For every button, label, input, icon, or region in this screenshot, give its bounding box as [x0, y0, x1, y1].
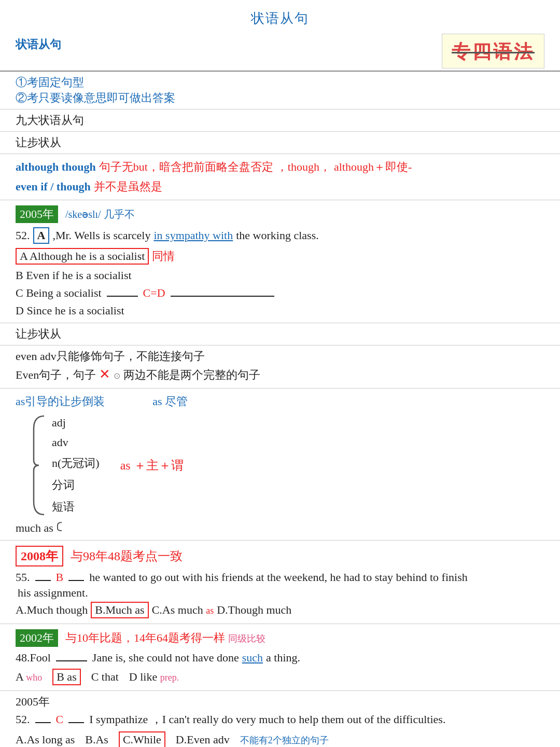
opt52D: D.Even adv: [176, 733, 230, 746]
page-title: 状语从句: [0, 0, 560, 32]
nine-types: 九大状语从句: [0, 109, 560, 132]
circle-icon: ⊙: [114, 371, 120, 381]
q52-underline: in sympathy with: [153, 229, 233, 242]
q55-prefix: 55.: [16, 571, 30, 584]
concession2-section: 让步状从: [0, 323, 560, 345]
opt52D-note: 不能有2个独立的句子: [240, 734, 329, 746]
much-as-label: much as: [16, 521, 53, 535]
q52b-text: I sympathize ，I can't really do very muc…: [89, 712, 445, 727]
brace-svg: [31, 413, 47, 517]
q52-end: the working class.: [236, 229, 318, 242]
opt52C: C.While: [119, 731, 165, 747]
even-note2: 两边不能是两个完整的句子: [123, 367, 260, 383]
opt55C: C.As much as: [152, 603, 214, 617]
opt48B: B as: [52, 669, 81, 685]
although-note1: 句子无but，暗含把前面略全盘否定: [99, 159, 273, 175]
q52-text: ,Mr. Wells is scarcely: [52, 229, 150, 242]
year2002-note: 与10年比题，14年64题考得一样: [65, 630, 225, 646]
q52b-answer: C: [56, 713, 64, 726]
header-row: 状语从句 专四语法: [0, 32, 560, 72]
cross-icon: ✕: [99, 366, 110, 382]
chapter-badge: 专四语法: [442, 34, 544, 68]
although-label: although though: [16, 160, 96, 174]
year2005-badge: 2005年: [16, 205, 58, 223]
optA-boxed: A Although he is a socialist: [16, 248, 149, 265]
q55-cont: his assignment.: [16, 586, 544, 600]
year2005b-section: 2005年 52. C I sympathize ，I can't really…: [0, 691, 560, 747]
q52-prefix: 52.: [16, 229, 30, 242]
opt52B: B.As: [85, 733, 108, 746]
opt55D: D.Though much: [217, 603, 291, 617]
year2008-section: 2008年 与98年48题考点一致 55. B he wanted to go …: [0, 541, 560, 624]
point1: ①考固定句型: [16, 75, 544, 90]
q52b-prefix: 52.: [16, 713, 30, 726]
header-label: 状语从句: [16, 34, 61, 52]
optB: B Even if he is a socialist: [16, 269, 132, 282]
optD: D Since he is a socialist: [16, 304, 124, 317]
q48-such: such: [242, 651, 263, 665]
participle-item: 分词: [52, 477, 100, 493]
optA-note: 同情: [152, 248, 175, 264]
even-adv-note: even adv只能修饰句子，不能连接句子: [16, 349, 544, 364]
year2008-note: 与98年48题考点一致: [71, 548, 183, 564]
points-section: ①考固定句型 ②考只要读像意思即可做出答案: [0, 72, 560, 109]
opt48C: C that: [91, 670, 119, 684]
q55-answer: B: [56, 571, 64, 584]
even-if-label: even if / though: [16, 180, 91, 193]
even-adv-section: even adv只能修饰句子，不能连接句子 Even句子，句子 ✕ ⊙ 两边不能…: [0, 345, 560, 389]
although-note2: ，though，: [276, 159, 331, 175]
although-section: although though 句子无but，暗含把前面略全盘否定 ，thoug…: [0, 154, 560, 200]
formula: as ＋主＋谓: [120, 457, 184, 474]
q52-answer: A: [33, 227, 50, 244]
n-item: n(无冠词): [52, 455, 100, 471]
point2: ②考只要读像意思即可做出答案: [16, 90, 544, 106]
opt55A: A.Much though: [16, 603, 88, 617]
opt48D: D like prep.: [129, 670, 179, 684]
concession2-label: 让步状从: [16, 326, 544, 342]
opt52A: A.As long as: [16, 733, 75, 746]
year2002-badge: 2002年: [16, 629, 58, 647]
phrase-item: 短语: [52, 499, 100, 515]
brace-container: adj adv n(无冠词) 分词 短语 as ＋主＋谓: [31, 413, 544, 517]
q55-text: he wanted to go out with his friends at …: [89, 571, 468, 584]
brace-bottom-icon: [57, 521, 67, 532]
year2002-section: 2002年 与10年比题，14年64题考得一样 同级比较 48.Fool Jan…: [0, 624, 560, 691]
concession-label1: 让步状从: [0, 132, 560, 154]
adj-item: adj: [52, 416, 100, 430]
even-if-note: 并不是虽然是: [94, 179, 162, 195]
as-label: as引导的让步倒装: [16, 394, 105, 409]
optC: C Being a socialist: [16, 286, 102, 300]
q48-text: Jane is, she could not have done: [92, 651, 239, 665]
year2005-section: 2005年 /skeəslı/ 几乎不 52. A ,Mr. Wells is …: [0, 200, 560, 323]
opt55B: B.Much as: [91, 602, 148, 618]
although-note3: although＋即使-: [334, 159, 412, 175]
as-note: as 尽管: [152, 394, 188, 409]
q48-end: a thing.: [266, 651, 300, 665]
optC-note: C=D: [143, 286, 165, 300]
opt48A: A who: [16, 670, 42, 684]
year2002-subnote: 同级比较: [228, 632, 265, 645]
even-sentence-note: Even句子，句子: [16, 367, 96, 383]
year2005b-label: 2005年: [16, 694, 544, 710]
year2008-badge: 2008年: [16, 546, 63, 566]
adv-item: adv: [52, 436, 100, 449]
q48-prefix: 48.Fool: [16, 651, 51, 665]
as-section: as引导的让步倒装 as 尽管 adj adv n(无冠词) 分词 短语 as …: [0, 389, 560, 541]
phonetic: /skeəslı/ 几乎不: [65, 208, 135, 222]
